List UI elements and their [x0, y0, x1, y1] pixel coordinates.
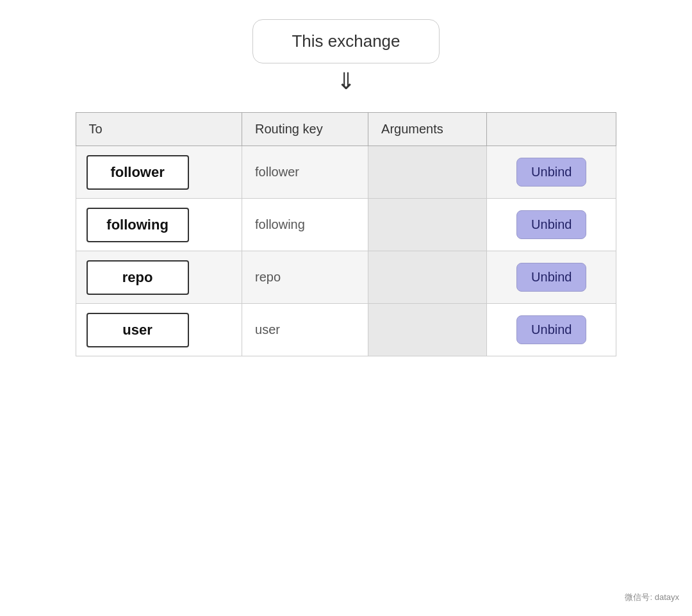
unbind-cell: Unbind: [487, 146, 616, 199]
exchange-label: This exchange: [292, 31, 400, 51]
arguments-cell: [368, 146, 487, 199]
unbind-cell: Unbind: [487, 251, 616, 304]
unbind-cell: Unbind: [487, 304, 616, 356]
table-row: followingfollowingUnbind: [76, 199, 616, 251]
queue-cell: user: [76, 304, 242, 356]
routing-key-cell: user: [242, 304, 368, 356]
bindings-table: To Routing key Arguments followerfollowe…: [76, 112, 617, 356]
queue-box: user: [86, 313, 189, 347]
header-actions: [487, 113, 616, 146]
queue-cell: following: [76, 199, 242, 251]
routing-key-cell: follower: [242, 146, 368, 199]
queue-box: follower: [86, 155, 189, 190]
unbind-button[interactable]: Unbind: [516, 158, 586, 187]
unbind-button[interactable]: Unbind: [516, 263, 586, 292]
arguments-cell: [368, 304, 487, 356]
queue-box: repo: [86, 260, 189, 295]
header-arguments: Arguments: [368, 113, 487, 146]
queue-box: following: [86, 208, 189, 242]
table-row: followerfollowerUnbind: [76, 146, 616, 199]
queue-cell: repo: [76, 251, 242, 304]
routing-key-cell: following: [242, 199, 368, 251]
unbind-button[interactable]: Unbind: [516, 210, 586, 239]
unbind-cell: Unbind: [487, 199, 616, 251]
queue-cell: follower: [76, 146, 242, 199]
watermark: 微信号: datayx: [625, 592, 679, 603]
exchange-box: This exchange: [252, 19, 439, 63]
arguments-cell: [368, 199, 487, 251]
table-row: useruserUnbind: [76, 304, 616, 356]
arrow-down: ⇓: [336, 70, 356, 93]
header-routing-key: Routing key: [242, 113, 368, 146]
header-to: To: [76, 113, 242, 146]
routing-key-cell: repo: [242, 251, 368, 304]
arguments-cell: [368, 251, 487, 304]
table-header-row: To Routing key Arguments: [76, 113, 616, 146]
main-container: This exchange ⇓ To Routing key Arguments…: [38, 19, 654, 356]
unbind-button[interactable]: Unbind: [516, 315, 586, 344]
table-row: reporepoUnbind: [76, 251, 616, 304]
